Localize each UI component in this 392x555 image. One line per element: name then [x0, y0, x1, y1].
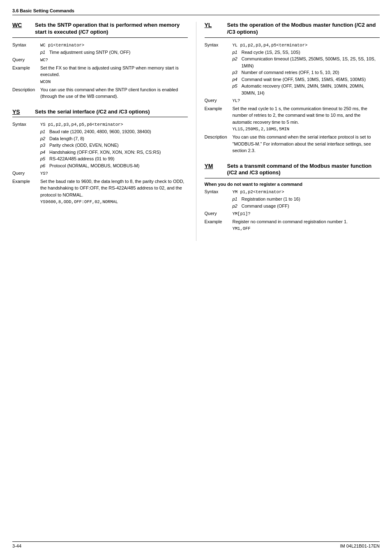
yl-syntax-main: YL p1,p2,p3,p4,p5<terminator> [233, 43, 308, 48]
yl-p4-val: Command wait time (OFF, 5MS, 10MS, 15MS,… [242, 76, 366, 83]
yl-p2-val: Communication timeout (125MS, 250MS, 500… [242, 56, 380, 69]
yl-cmd-title: Sets the operation of the Modbus master … [227, 22, 380, 36]
ys-param-p1: p1 Baud rate (1200, 2400, 4800, 9600, 19… [40, 128, 188, 135]
ym-example-text: Register no command in command registrat… [233, 219, 348, 224]
yl-p1-key: p1 [233, 49, 240, 56]
yl-details: Syntax YL p1,p2,p3,p4,p5<terminator> p1 … [205, 41, 380, 155]
yl-param-p2: p2 Communication timeout (125MS, 250MS, … [233, 56, 380, 69]
ys-cmd-title: Sets the serial interface (/C2 and /C3 o… [35, 109, 150, 116]
ym-param-p2: p2 Command usage (OFF) [233, 203, 380, 210]
ym-example-code: YM1,OFF [233, 226, 251, 231]
wc-desc-row: Description You can use this command whe… [12, 86, 188, 100]
ys-syntax-content: YS p1,p2,p3,p4,p5,p6<terminator> p1 Baud… [40, 120, 188, 169]
wc-example-content: Set the FX so that time is adjusted usin… [40, 64, 188, 86]
page: 3.6 Basic Setting Commands WC Sets the S… [0, 0, 392, 555]
ys-query-row: Query YS? [12, 169, 188, 178]
ym-example-label: Example [205, 218, 233, 233]
wc-example-code: WCON [40, 79, 51, 84]
section-yl: YL Sets the operation of the Modbus mast… [205, 22, 380, 155]
wc-param-p1: p1 Time adjustment using SNTP (ON, OFF) [40, 49, 188, 56]
yl-p5-val: Automatic recovery (OFF, 1MIN, 2MIN, 5MI… [242, 83, 380, 96]
yl-param-p4: p4 Command wait time (OFF, 5MS, 10MS, 15… [233, 76, 380, 83]
wc-desc-text: You can use this command when the SNTP c… [40, 86, 188, 100]
section-title: 3.6 Basic Setting Commands [12, 8, 74, 13]
yl-p3-key: p3 [233, 69, 240, 76]
ys-param-p4: p4 Handshaking (OFF:OFF, XON, XON, XON: … [40, 149, 188, 156]
wc-query-label: Query [12, 56, 40, 64]
ys-query-label: Query [12, 169, 40, 178]
ys-details: Syntax YS p1,p2,p3,p4,p5,p6<terminator> … [12, 120, 188, 206]
ym-example-content: Register no command in command registrat… [233, 218, 380, 233]
yl-p1-val: Read cycle (1S, 2S, 5S, 10S) [242, 49, 300, 56]
ys-example-label: Example [12, 178, 40, 206]
ys-syntax-row: Syntax YS p1,p2,p3,p4,p5,p6<terminator> … [12, 120, 188, 169]
main-content: WC Sets the SNTP operation that is perfo… [12, 22, 380, 241]
yl-p5-key: p5 [233, 83, 240, 96]
wc-params: p1 Time adjustment using SNTP (ON, OFF) [40, 49, 188, 56]
ys-p2-key: p2 [40, 135, 48, 142]
yl-example-code: YL1S,250MS,2,10MS,5MIN [233, 127, 290, 132]
ym-p2-key: p2 [233, 203, 240, 210]
ym-cmd-title: Sets a transmit command of the Modbus ma… [227, 163, 380, 177]
ys-query-value: YS? [40, 169, 188, 178]
ys-p3-val: Parity check (ODD, EVEN, NONE) [49, 142, 119, 149]
wc-p1-key: p1 [40, 49, 48, 56]
ys-p2-val: Data length (7, 8) [49, 135, 84, 142]
yl-example-content: Set the read cycle to 1 s, the communica… [233, 105, 380, 133]
wc-syntax-content: WC p1<terminator> p1 Time adjustment usi… [40, 41, 188, 56]
ym-query-label: Query [205, 210, 233, 218]
yl-p2-key: p2 [233, 56, 240, 69]
ym-syntax-label: Syntax [205, 188, 233, 210]
ym-sub1-details: Syntax YM p1,p2<terminator> p1 Registrat… [205, 188, 380, 233]
ys-p6-key: p6 [40, 162, 48, 169]
yl-syntax-content: YL p1,p2,p3,p4,p5<terminator> p1 Read cy… [233, 41, 380, 97]
wc-syntax-row: Syntax WC p1<terminator> p1 Time adjustm… [12, 41, 188, 56]
ys-example-text: Set the baud rate to 9600, the data leng… [40, 179, 184, 197]
yl-desc-label: Description [205, 133, 233, 155]
yl-param-p5: p5 Automatic recovery (OFF, 1MIN, 2MIN, … [233, 83, 380, 96]
right-column: YL Sets the operation of the Modbus mast… [196, 22, 380, 241]
yl-syntax-label: Syntax [205, 41, 233, 97]
ym-p2-val: Command usage (OFF) [242, 203, 289, 210]
ys-example-row: Example Set the baud rate to 9600, the d… [12, 178, 188, 206]
ys-cmd-label: YS [12, 109, 31, 115]
ys-p3-key: p3 [40, 142, 48, 149]
ys-param-p2: p2 Data length (7, 8) [40, 135, 188, 142]
ys-param-p5: p5 RS-422A/485 address (01 to 99) [40, 155, 188, 162]
page-footer: 3-44 IM 04L21B01-17EN [12, 541, 380, 548]
yl-example-text: Set the read cycle to 1 s, the communica… [233, 106, 367, 125]
ys-param-p6: p6 Protocol (NORMAL, MODBUS, MODBUS-M) [40, 162, 188, 169]
yl-param-p3: p3 Number of command retries (OFF, 1 to … [233, 69, 380, 76]
yl-desc-text: You can use this command when the serial… [233, 133, 380, 155]
section-ys: YS Sets the serial interface (/C2 and /C… [12, 109, 188, 206]
section-header: 3.6 Basic Setting Commands [12, 8, 380, 15]
ym-p1-key: p1 [233, 196, 240, 203]
wc-query-row: Query WC? [12, 56, 188, 64]
ys-title-bar: YS Sets the serial interface (/C2 and /C… [12, 109, 188, 118]
yl-query-value: YL? [233, 97, 380, 105]
wc-title-bar: WC Sets the SNTP operation that is perfo… [12, 22, 188, 38]
ym-query-value: YM[p1]? [233, 210, 380, 218]
ym-param-p1: p1 Registration number (1 to 16) [233, 196, 380, 203]
ys-p5-val: RS-422A/485 address (01 to 99) [49, 155, 114, 162]
ys-p6-val: Protocol (NORMAL, MODBUS, MODBUS-M) [49, 162, 139, 169]
ym-p1-val: Registration number (1 to 16) [242, 196, 300, 203]
wc-example-label: Example [12, 64, 40, 86]
ys-p1-key: p1 [40, 128, 48, 135]
wc-example-row: Example Set the FX so that time is adjus… [12, 64, 188, 86]
wc-cmd-label: WC [12, 22, 31, 28]
yl-p4-key: p4 [233, 76, 240, 83]
yl-syntax-row: Syntax YL p1,p2,p3,p4,p5<terminator> p1 … [205, 41, 380, 97]
ys-p4-val: Handshaking (OFF:OFF, XON, XON, XON: RS,… [49, 149, 161, 156]
section-wc: WC Sets the SNTP operation that is perfo… [12, 22, 188, 100]
ym-syntax-row: Syntax YM p1,p2<terminator> p1 Registrat… [205, 188, 380, 210]
wc-details: Syntax WC p1<terminator> p1 Time adjustm… [12, 41, 188, 100]
ys-syntax-main: YS p1,p2,p3,p4,p5,p6<terminator> [40, 122, 123, 127]
ym-title-bar: YM Sets a transmit command of the Modbus… [205, 163, 380, 179]
ys-p1-val: Baud rate (1200, 2400, 4800, 9600, 19200… [49, 128, 151, 135]
yl-example-label: Example [205, 105, 233, 133]
wc-syntax-label: Syntax [12, 41, 40, 56]
yl-title-bar: YL Sets the operation of the Modbus mast… [205, 22, 380, 38]
wc-p1-val: Time adjustment using SNTP (ON, OFF) [49, 49, 130, 56]
yl-example-row: Example Set the read cycle to 1 s, the c… [205, 105, 380, 133]
